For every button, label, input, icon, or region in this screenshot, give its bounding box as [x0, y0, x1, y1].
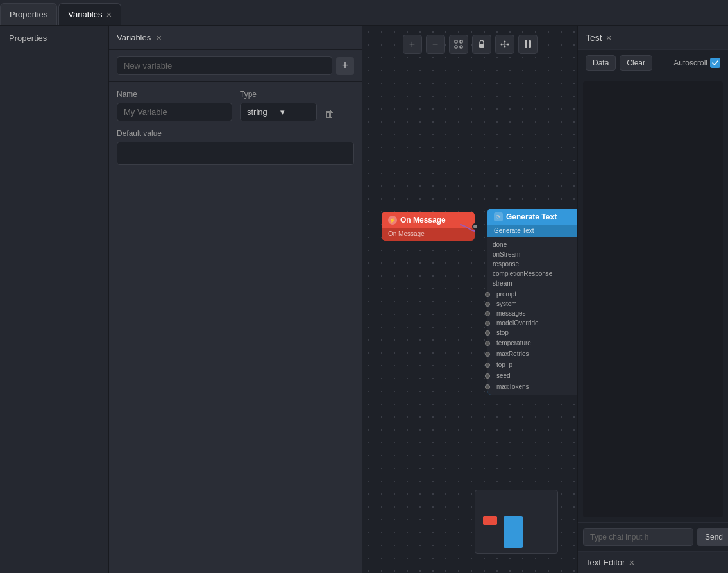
clear-btn[interactable]: Clear	[620, 55, 652, 71]
variables-panel: Variables × + Name Type string ▾	[109, 26, 362, 573]
port-completionresponse-label: completionResponse	[493, 270, 552, 277]
on-message-title: On Message	[400, 216, 446, 225]
name-col: Name	[117, 90, 232, 121]
port-stream: stream	[487, 278, 577, 288]
test-output	[583, 81, 723, 517]
lock-btn[interactable]	[472, 35, 491, 54]
add-variable-btn[interactable]: +	[336, 57, 354, 75]
port-done: done	[487, 240, 577, 250]
svg-point-5	[500, 44, 502, 46]
svg-point-7	[504, 46, 505, 48]
port-stop-left-dot[interactable]	[485, 330, 490, 336]
port-messages-left-dot[interactable]	[485, 311, 490, 316]
port-top-p-label: top_p	[493, 361, 512, 368]
svg-rect-4	[479, 44, 484, 48]
port-messages-label: messages	[493, 310, 526, 317]
port-modeloverride-label: modelOverride	[493, 320, 539, 327]
type-value: string	[247, 107, 276, 117]
generate-text-subtitle: Generate Text	[487, 225, 577, 237]
variables-header: Variables ×	[109, 26, 362, 50]
text-editor-close-btn[interactable]: ×	[629, 557, 634, 568]
port-prompt-left-dot[interactable]	[485, 292, 490, 297]
data-btn[interactable]: Data	[586, 55, 616, 71]
port-completionresponse: completionResponse	[487, 269, 577, 278]
port-system-left-dot[interactable]	[485, 302, 490, 307]
zoom-in-btn[interactable]: +	[403, 35, 422, 54]
minimap-node-blue	[504, 516, 523, 548]
port-stop-label: stop	[493, 329, 509, 336]
send-btn[interactable]: Send	[697, 528, 728, 546]
port-temperature-label: temperature	[493, 339, 531, 346]
port-maxtokens: maxTokens 256	[487, 381, 577, 392]
svg-rect-3	[460, 46, 462, 48]
default-value-label: Default value	[117, 129, 354, 138]
node-on-message[interactable]: ⚡ On Message On Message	[382, 212, 475, 241]
port-system: system	[487, 299, 577, 309]
test-panel-close-btn[interactable]: ×	[606, 32, 612, 43]
name-label: Name	[117, 90, 232, 99]
port-prompt-label: prompt	[493, 291, 516, 298]
name-type-row: Name Type string ▾ 🗑	[117, 90, 354, 121]
node-generate-text[interactable]: ⟳ Generate Text Generate Text done onStr…	[487, 209, 577, 395]
port-maxretries-left-dot[interactable]	[485, 352, 490, 357]
port-modeloverride-left-dot[interactable]	[485, 321, 490, 326]
svg-rect-13	[529, 40, 531, 48]
port-onstream: onStream	[487, 250, 577, 259]
name-input[interactable]	[117, 103, 232, 121]
on-message-header: ⚡ On Message	[382, 212, 475, 228]
port-temperature-left-dot[interactable]	[485, 341, 490, 346]
generate-text-header: ⟳ Generate Text	[487, 209, 577, 225]
port-seed-label: seed	[493, 372, 511, 379]
chat-input-row: Send	[578, 522, 728, 551]
autoscroll-checkbox[interactable]	[710, 58, 720, 68]
zoom-out-btn[interactable]: −	[426, 35, 445, 54]
port-stream-label: stream	[493, 280, 512, 287]
tab-properties[interactable]: Properties	[0, 3, 57, 25]
port-onstream-label: onStream	[493, 251, 520, 258]
tab-bar: Properties Variables ×	[0, 0, 728, 26]
svg-rect-12	[525, 40, 527, 48]
text-editor-label: Text Editor	[586, 558, 625, 567]
delete-variable-btn[interactable]: 🗑	[325, 108, 335, 120]
port-system-label: system	[493, 300, 517, 307]
generate-text-body: done onStream response completionRespons…	[487, 237, 577, 395]
default-value-section: Default value	[117, 129, 354, 165]
on-message-output-port[interactable]	[472, 223, 478, 230]
port-modeloverride: modelOverride	[487, 318, 577, 328]
tab-variables-close[interactable]: ×	[106, 10, 112, 19]
port-temperature: temperature 0.5	[487, 338, 577, 348]
new-variable-input[interactable]	[117, 56, 332, 75]
type-col: Type string ▾	[240, 90, 317, 121]
port-seed-left-dot[interactable]	[485, 373, 490, 379]
port-seed: seed 42	[487, 370, 577, 381]
port-maxtokens-left-dot[interactable]	[485, 384, 490, 389]
new-variable-row: +	[109, 50, 362, 82]
pause-btn[interactable]	[518, 35, 538, 54]
minimap	[475, 490, 558, 554]
type-select[interactable]: string ▾	[240, 103, 317, 121]
port-maxretries: maxRetries 3	[487, 348, 577, 359]
text-editor-bar: Text Editor ×	[578, 551, 728, 573]
delete-col: 🗑	[325, 90, 335, 121]
test-panel-header: Test ×	[578, 26, 728, 50]
fit-btn[interactable]	[449, 35, 468, 54]
autoscroll-label: Autoscroll	[673, 58, 707, 67]
tab-variables[interactable]: Variables ×	[58, 3, 121, 25]
port-response-label: response	[493, 261, 519, 268]
properties-panel: Properties	[0, 26, 109, 573]
layout-btn[interactable]	[495, 35, 514, 54]
port-top-p: top_p 1	[487, 359, 577, 370]
test-toolbar: Data Clear Autoscroll	[578, 50, 728, 76]
variable-form: Name Type string ▾ 🗑 Default value	[109, 82, 362, 173]
svg-rect-2	[455, 46, 457, 48]
chat-input[interactable]	[583, 528, 693, 546]
canvas-area[interactable]: + − ⚡ On Message On Messag	[362, 26, 577, 573]
tab-variables-label: Variables	[68, 10, 102, 19]
port-top-p-left-dot[interactable]	[485, 363, 490, 368]
svg-rect-1	[460, 40, 462, 43]
port-done-label: done	[493, 241, 507, 248]
variables-close-btn[interactable]: ×	[156, 32, 162, 43]
properties-title: Properties	[0, 26, 108, 51]
default-value-input[interactable]	[117, 142, 354, 165]
canvas-toolbar: + −	[403, 35, 538, 54]
